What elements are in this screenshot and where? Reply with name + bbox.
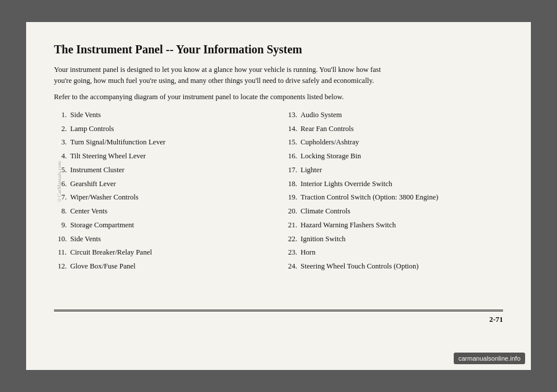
item-text: Center Vents	[70, 206, 273, 217]
item-text: Circuit Breaker/Relay Panel	[70, 247, 273, 258]
list-item: 14.Rear Fan Controls	[284, 124, 503, 135]
item-text: Lighter	[301, 165, 503, 176]
page-number: 2-71	[489, 315, 503, 324]
item-text: Turn Signal/Multifunction Lever	[70, 137, 273, 148]
intro-line1: Your instrument panel is designed to let…	[54, 66, 381, 74]
refer-text: Refer to the accompanying diagram of you…	[54, 93, 503, 101]
list-item: 20.Climate Controls	[284, 206, 503, 217]
item-number: 12.	[54, 261, 70, 272]
list-item: 7.Wiper/Washer Controls	[54, 192, 273, 203]
list-item: 12.Glove Box/Fuse Panel	[54, 261, 273, 272]
item-text: Steering Wheel Touch Controls (Option)	[301, 261, 503, 272]
item-number: 23.	[284, 247, 301, 258]
list-item: 15.Cupholders/Ashtray	[284, 137, 503, 148]
item-number: 16.	[284, 151, 301, 162]
list-item: 3.Turn Signal/Multifunction Lever	[54, 137, 273, 148]
item-text: Glove Box/Fuse Panel	[70, 261, 273, 272]
list-item: 4.Tilt Steering Wheel Lever	[54, 151, 273, 162]
item-text: Cupholders/Ashtray	[301, 137, 503, 148]
item-number: 21.	[284, 220, 301, 231]
item-text: Audio System	[301, 110, 503, 121]
list-item: 9.Storage Compartment	[54, 220, 273, 231]
list-item: 13.Audio System	[284, 110, 503, 121]
item-number: 13.	[284, 110, 301, 121]
bottom-bar: 2-71	[54, 310, 503, 324]
item-text: Lamp Controls	[70, 124, 273, 135]
item-text: Locking Storage Bin	[301, 151, 503, 162]
item-number: 14.	[284, 124, 301, 135]
item-text: Side Vents	[70, 234, 273, 245]
item-text: Tilt Steering Wheel Lever	[70, 151, 273, 162]
item-text: Hazard Warning Flashers Switch	[301, 220, 503, 231]
list-item: 1.Side Vents	[54, 110, 273, 121]
item-number: 11.	[54, 247, 70, 258]
left-column: 1.Side Vents2.Lamp Controls3.Turn Signal…	[54, 110, 273, 275]
item-number: 19.	[284, 192, 301, 203]
item-text: Rear Fan Controls	[301, 124, 503, 135]
item-number: 1.	[54, 110, 70, 121]
item-text: Storage Compartment	[70, 220, 273, 231]
list-item: 24.Steering Wheel Touch Controls (Option…	[284, 261, 503, 272]
item-text: Climate Controls	[301, 206, 503, 217]
list-item: 8.Center Vents	[54, 206, 273, 217]
list-item: 17.Lighter	[284, 165, 503, 176]
item-number: 2.	[54, 124, 70, 135]
item-text: Horn	[301, 247, 503, 258]
item-text: Gearshift Lever	[70, 179, 273, 190]
item-number: 22.	[284, 234, 301, 245]
item-number: 15.	[284, 137, 301, 148]
right-column: 13.Audio System14.Rear Fan Controls15.Cu…	[284, 110, 503, 275]
page-container: The Instrument Panel -- Your Information…	[26, 22, 531, 370]
watermark: ©CarManuals.com	[56, 161, 62, 203]
item-number: 17.	[284, 165, 301, 176]
list-item: 11.Circuit Breaker/Relay Panel	[54, 247, 273, 258]
list-item: 2.Lamp Controls	[54, 124, 273, 135]
item-text: Wiper/Washer Controls	[70, 192, 273, 203]
list-item: 5.Instrument Cluster	[54, 165, 273, 176]
item-text: Side Vents	[70, 110, 273, 121]
page-title: The Instrument Panel -- Your Information…	[54, 43, 503, 56]
item-number: 4.	[54, 151, 70, 162]
carmanuals-badge: carmanualsonline.info	[454, 353, 525, 364]
intro-line2: you're going, how much fuel you're using…	[54, 77, 374, 85]
item-number: 18.	[284, 179, 301, 190]
list-item: 16.Locking Storage Bin	[284, 151, 503, 162]
item-number: 9.	[54, 220, 70, 231]
item-text: Traction Control Switch (Option: 3800 En…	[301, 192, 503, 203]
list-item: 23.Horn	[284, 247, 503, 258]
item-text: Interior Lights Override Switch	[301, 179, 503, 190]
intro-paragraph: Your instrument panel is designed to let…	[54, 64, 503, 87]
list-item: 21.Hazard Warning Flashers Switch	[284, 220, 503, 231]
list-item: 18.Interior Lights Override Switch	[284, 179, 503, 190]
item-number: 20.	[284, 206, 301, 217]
list-item: 6.Gearshift Lever	[54, 179, 273, 190]
item-text: Ignition Switch	[301, 234, 503, 245]
list-item: 22.Ignition Switch	[284, 234, 503, 245]
item-text: Instrument Cluster	[70, 165, 273, 176]
columns-wrapper: 1.Side Vents2.Lamp Controls3.Turn Signal…	[54, 110, 503, 275]
item-number: 8.	[54, 206, 70, 217]
item-number: 10.	[54, 234, 70, 245]
list-item: 19.Traction Control Switch (Option: 3800…	[284, 192, 503, 203]
item-number: 24.	[284, 261, 301, 272]
list-item: 10.Side Vents	[54, 234, 273, 245]
item-number: 3.	[54, 137, 70, 148]
